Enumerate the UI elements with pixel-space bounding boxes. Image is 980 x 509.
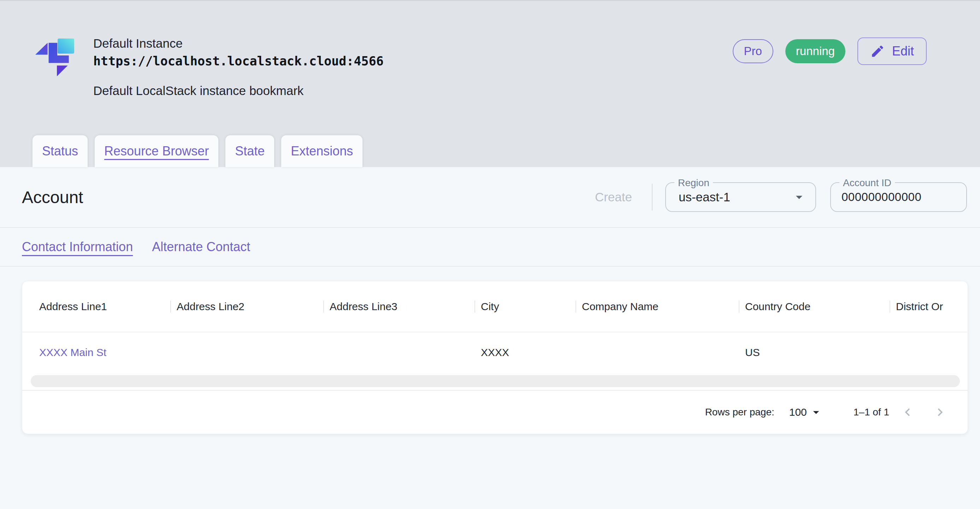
resource-subtabs: Contact Information Alternate Contact (0, 228, 980, 267)
rows-per-page-label: Rows per page: (705, 407, 775, 418)
tab-state[interactable]: State (225, 135, 274, 167)
edit-button[interactable]: Edit (858, 37, 927, 65)
select-arrow-icon (791, 189, 807, 205)
tab-extensions[interactable]: Extensions (281, 135, 363, 167)
row-cell-country-code: US (739, 347, 889, 358)
column-header-address-line1: Address Line1 (22, 301, 170, 313)
column-header-company-name: Company Name (576, 301, 739, 313)
column-header-address-line3: Address Line3 (323, 301, 474, 313)
previous-page-button[interactable] (893, 398, 922, 426)
row-link-address-line1[interactable]: XXXX Main St (22, 347, 170, 358)
row-cell-city: XXXX (474, 347, 576, 358)
instance-description: Default LocalStack instance bookmark (93, 84, 383, 98)
controls-divider (652, 184, 652, 210)
localstack-logo-icon (35, 38, 74, 76)
tab-status[interactable]: Status (32, 135, 88, 167)
region-select-value: us-east-1 (679, 190, 730, 204)
pencil-icon (870, 44, 885, 59)
region-select-label: Region (675, 177, 713, 189)
subtab-contact-information[interactable]: Contact Information (22, 240, 133, 254)
chevron-right-icon (932, 404, 948, 420)
instance-tabs: Status Resource Browser State Extensions (32, 135, 363, 167)
column-header-country-code: Country Code (739, 301, 889, 313)
instance-meta: Default Instance https://localhost.local… (93, 36, 383, 98)
table-row: XXXX Main St XXXX US (22, 332, 968, 372)
running-status-badge: running (785, 39, 845, 63)
horizontal-scrollbar (22, 372, 967, 390)
next-page-button[interactable] (926, 398, 954, 426)
resource-header: Account Create Region us-east-1 Account … (0, 167, 980, 228)
column-header-city: City (474, 301, 576, 313)
resource-controls: Create Region us-east-1 Account ID (595, 182, 967, 212)
table-header-row: Address Line1 Address Line2 Address Line… (22, 281, 968, 332)
account-id-input[interactable] (831, 190, 966, 204)
region-select[interactable]: Region us-east-1 (665, 182, 816, 212)
pro-badge: Pro (733, 39, 773, 63)
resource-browser-panel: Account Create Region us-east-1 Account … (0, 167, 980, 434)
results-card: Address Line1 Address Line2 Address Line… (22, 281, 968, 434)
dropdown-arrow-icon (809, 405, 823, 419)
edit-button-label: Edit (892, 44, 914, 59)
instance-url: https://localhost.localstack.cloud:4566 (93, 54, 383, 68)
instance-brand: Default Instance https://localhost.local… (35, 36, 383, 98)
pagination-range-label: 1–1 of 1 (854, 407, 889, 418)
tab-resource-browser[interactable]: Resource Browser (95, 135, 218, 167)
rows-per-page-value: 100 (789, 406, 807, 418)
horizontal-scrollbar-thumb[interactable] (31, 375, 960, 387)
instance-name: Default Instance (93, 36, 383, 51)
column-header-district: District Or (889, 301, 968, 313)
instance-actions: Pro running Edit (733, 37, 927, 65)
subtab-alternate-contact[interactable]: Alternate Contact (152, 240, 250, 254)
pagination-bar: Rows per page: 100 1–1 of 1 (22, 391, 967, 434)
account-id-field[interactable]: Account ID (830, 182, 967, 212)
page-title: Account (22, 188, 83, 207)
rows-per-page-select[interactable]: 100 (789, 405, 823, 419)
account-id-label: Account ID (839, 177, 895, 189)
chevron-left-icon (900, 404, 915, 420)
instance-header: Default Instance https://localhost.local… (0, 0, 980, 167)
column-header-address-line2: Address Line2 (170, 301, 323, 313)
page: Default Instance https://localhost.local… (0, 0, 980, 509)
create-button[interactable]: Create (595, 190, 632, 204)
